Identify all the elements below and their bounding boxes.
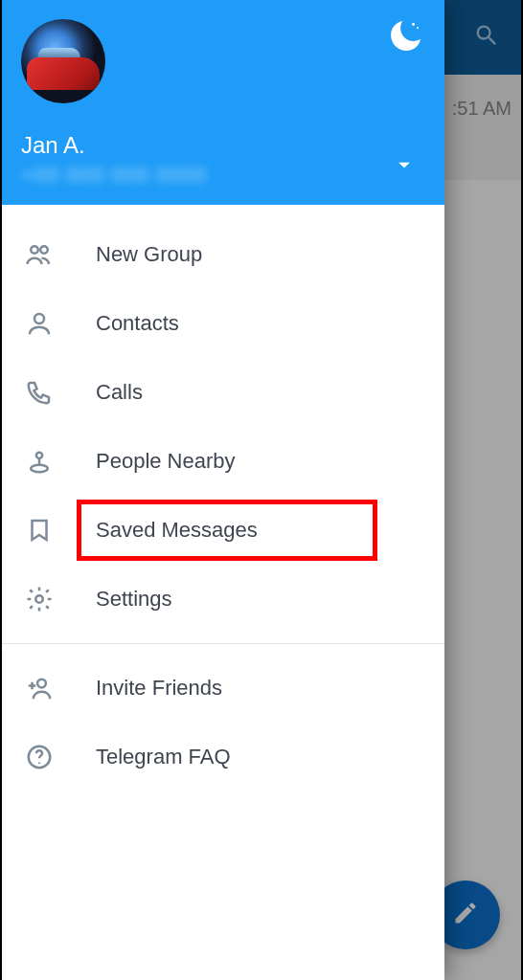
nav-drawer: Jan A. +00 000 000 0000 New Group Contac… [0, 0, 444, 980]
svg-point-0 [412, 23, 415, 26]
menu-item-new-group[interactable]: New Group [0, 220, 444, 289]
svg-point-10 [38, 762, 40, 764]
menu-label: Calls [96, 380, 143, 405]
menu-item-faq[interactable]: Telegram FAQ [0, 723, 444, 791]
night-mode-toggle[interactable] [389, 19, 423, 57]
svg-point-6 [31, 465, 48, 473]
svg-point-4 [34, 314, 44, 323]
add-person-icon [23, 672, 56, 704]
menu-item-people-nearby[interactable]: People Nearby [0, 427, 444, 496]
menu-item-invite-friends[interactable]: Invite Friends [0, 654, 444, 723]
nearby-icon [23, 445, 56, 478]
menu-label: Settings [96, 587, 172, 612]
account-expand-button[interactable] [385, 145, 423, 188]
menu-label: Saved Messages [96, 518, 258, 543]
menu-divider [0, 643, 444, 644]
svg-point-7 [35, 595, 43, 603]
group-icon [23, 238, 56, 271]
person-icon [23, 307, 56, 340]
user-phone: +00 000 000 0000 [21, 163, 207, 188]
menu-item-calls[interactable]: Calls [0, 358, 444, 427]
svg-point-3 [40, 246, 48, 254]
svg-point-8 [37, 679, 46, 688]
svg-point-1 [417, 27, 419, 29]
drawer-header: Jan A. +00 000 000 0000 [0, 0, 444, 205]
gear-icon [23, 583, 56, 615]
bookmark-icon [23, 514, 56, 546]
help-icon [23, 741, 56, 773]
menu-label: People Nearby [96, 449, 236, 474]
menu-item-saved-messages[interactable]: Saved Messages [0, 496, 444, 565]
menu-label: New Group [96, 242, 202, 267]
menu-label: Telegram FAQ [96, 745, 231, 769]
svg-point-5 [36, 453, 42, 458]
menu-item-contacts[interactable]: Contacts [0, 289, 444, 358]
chevron-down-icon [391, 165, 418, 181]
menu-label: Invite Friends [96, 676, 222, 701]
menu-label: Contacts [96, 311, 179, 336]
drawer-menu: New Group Contacts Calls People Nearby S [0, 205, 444, 980]
svg-point-2 [31, 246, 38, 254]
moon-icon [389, 40, 423, 56]
user-name: Jan A. [21, 132, 207, 159]
phone-icon [23, 376, 56, 409]
avatar[interactable] [21, 19, 105, 103]
menu-item-settings[interactable]: Settings [0, 565, 444, 634]
